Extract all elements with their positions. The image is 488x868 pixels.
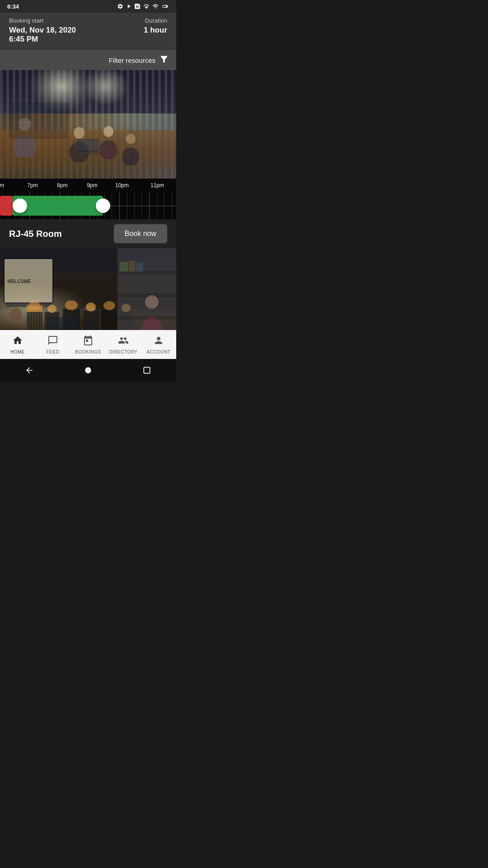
tick-sub-17 xyxy=(164,192,164,219)
svg-point-39 xyxy=(103,301,115,310)
laptop-icon-1 xyxy=(74,139,101,155)
battery-icon xyxy=(161,3,169,9)
svg-rect-1 xyxy=(163,5,166,7)
timeline-rj45[interactable]: m 7pm 8pm 9pm 10pm 11pm xyxy=(0,179,176,219)
timeline-label-10pm: 10pm xyxy=(115,182,129,189)
android-nav-bar xyxy=(0,359,176,382)
tick-11pm xyxy=(149,192,150,219)
svg-point-10 xyxy=(122,147,139,165)
wifi-icon xyxy=(143,3,150,9)
booking-start-value: Wed, Nov 18, 2020 6:45 PM xyxy=(9,26,88,44)
nav-label-directory: DIRECTORY xyxy=(109,349,137,354)
nav-item-home[interactable]: HOME xyxy=(0,335,35,354)
status-time: 6:34 xyxy=(7,3,19,10)
svg-point-53 xyxy=(85,367,91,373)
signal-icon xyxy=(152,3,159,9)
nav-label-bookings: BOOKINGS xyxy=(75,349,101,354)
filter-label: Filter resources xyxy=(109,57,155,64)
svg-rect-12 xyxy=(77,140,98,151)
booking-header: Booking start Wed, Nov 18, 2020 6:45 PM … xyxy=(0,13,176,50)
sim-icon xyxy=(134,3,141,9)
nav-label-home: HOME xyxy=(10,349,25,354)
svg-point-9 xyxy=(126,134,136,144)
svg-rect-49 xyxy=(117,316,176,320)
svg-rect-54 xyxy=(144,367,150,373)
bottom-nav: HOME FEED BOOKINGS DIRECTORY ACCOUNT xyxy=(0,330,176,359)
book-now-button-rj45[interactable]: Book now xyxy=(114,224,167,243)
timeline-label-7pm: 7pm xyxy=(27,182,38,189)
booking-start-section: Booking start Wed, Nov 18, 2020 6:45 PM xyxy=(9,17,88,44)
nav-item-bookings[interactable]: BOOKINGS xyxy=(70,335,106,354)
filter-icon[interactable] xyxy=(159,54,169,66)
tv-screen: Commercial break in progress. xyxy=(9,103,68,139)
timeline-track xyxy=(0,192,176,219)
nav-item-feed[interactable]: FEED xyxy=(35,335,70,354)
timeline-label-6pm: m xyxy=(0,182,4,189)
status-icons xyxy=(117,3,169,9)
room-card-rj45: Commercial break in progress. m 7pm 8pm … xyxy=(0,70,176,248)
home-icon xyxy=(12,335,23,349)
play-icon xyxy=(126,3,132,9)
tick-sub-14 xyxy=(134,192,135,219)
svg-rect-44 xyxy=(47,318,77,332)
home-button[interactable] xyxy=(79,361,97,379)
back-button[interactable] xyxy=(20,361,38,379)
rooms-list: Commercial break in progress. m 7pm 8pm … xyxy=(0,70,176,361)
background-shelves xyxy=(117,248,176,339)
nav-item-directory[interactable]: DIRECTORY xyxy=(106,335,141,354)
tick-sub-16 xyxy=(157,192,157,219)
duration-section: Duration 1 hour xyxy=(88,17,167,44)
room-footer-rj45: RJ-45 Room Book now xyxy=(0,219,176,248)
svg-rect-13 xyxy=(74,152,101,155)
bookings-icon xyxy=(83,335,94,349)
svg-point-35 xyxy=(65,301,78,310)
account-icon xyxy=(153,335,164,349)
svg-rect-48 xyxy=(117,293,176,297)
svg-rect-29 xyxy=(27,310,42,332)
svg-text:in progress.: in progress. xyxy=(14,126,30,129)
tick-sub-18 xyxy=(172,192,172,219)
svg-point-37 xyxy=(86,302,96,311)
filter-bar[interactable]: Filter resources xyxy=(0,50,176,70)
svg-rect-2 xyxy=(167,6,168,7)
svg-rect-51 xyxy=(129,261,135,272)
tick-10pm xyxy=(119,192,120,219)
person-silhouette-4 xyxy=(120,133,141,165)
svg-rect-52 xyxy=(136,263,143,272)
recents-button[interactable] xyxy=(138,361,156,379)
svg-point-22 xyxy=(9,308,22,321)
directory-icon xyxy=(118,335,129,349)
timeline-label-11pm: 11pm xyxy=(150,182,164,189)
timeline-handle-right[interactable] xyxy=(96,198,110,213)
timeline-label-9pm: 9pm xyxy=(87,182,97,189)
nav-item-account[interactable]: ACCOUNT xyxy=(141,335,176,354)
duration-label: Duration xyxy=(88,17,167,24)
timeline-label-8pm: 8pm xyxy=(57,182,67,189)
settings-icon xyxy=(117,3,123,9)
feed-icon xyxy=(47,335,58,349)
tick-sub-13 xyxy=(127,192,127,219)
tick-sub-15 xyxy=(141,192,142,219)
timeline-labels: m 7pm 8pm 9pm 10pm 11pm xyxy=(0,179,176,192)
svg-point-5 xyxy=(74,127,84,139)
timeline-handle-left[interactable] xyxy=(13,198,27,213)
svg-point-7 xyxy=(103,126,113,137)
svg-text:WELCOME: WELCOME xyxy=(7,279,31,284)
svg-point-31 xyxy=(29,301,40,310)
duration-value: 1 hour xyxy=(88,26,167,35)
svg-point-8 xyxy=(99,140,117,159)
tick-sub-12 xyxy=(112,192,112,219)
nav-label-account: ACCOUNT xyxy=(147,349,171,354)
svg-rect-38 xyxy=(101,310,117,332)
svg-rect-50 xyxy=(120,262,128,272)
room-name-rj45: RJ-45 Room xyxy=(9,229,62,239)
room-image-rj45: Commercial break in progress. xyxy=(0,70,176,179)
booked-range xyxy=(0,196,13,216)
nav-label-feed: FEED xyxy=(47,349,60,354)
status-bar: 6:34 xyxy=(0,0,176,13)
svg-text:Commercial break: Commercial break xyxy=(14,120,43,124)
svg-rect-36 xyxy=(83,311,99,332)
svg-point-33 xyxy=(47,305,56,313)
booking-start-label: Booking start xyxy=(9,17,88,24)
